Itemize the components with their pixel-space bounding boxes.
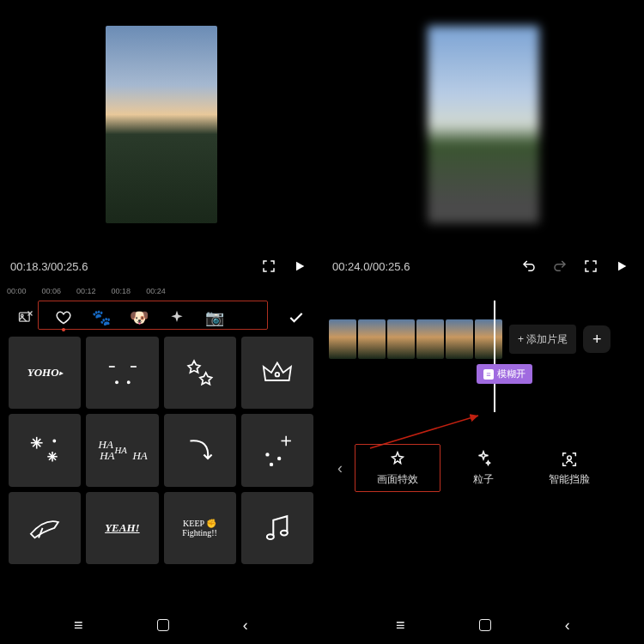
sticker-crown[interactable] — [241, 337, 313, 409]
redo-icon[interactable] — [548, 254, 572, 278]
tool-particles[interactable]: 粒子 — [440, 444, 526, 492]
left-pane: 00:18.3/00:25.6 00:00 00:06 00:12 00:18 … — [0, 0, 322, 644]
svg-rect-0 — [20, 313, 30, 321]
fullscreen-icon[interactable] — [257, 254, 281, 278]
svg-point-21 — [267, 534, 274, 539]
sticker-yoho[interactable]: YOHO▸ — [9, 337, 81, 409]
preview-left — [0, 0, 322, 249]
back-icon[interactable]: ‹ — [243, 617, 248, 635]
svg-point-4 — [115, 381, 118, 384]
svg-point-18 — [266, 453, 269, 456]
right-pane: 00:24.0/00:25.6 — [322, 0, 644, 644]
sticker-keep-fighting[interactable]: KEEP ✊Fighting!! — [164, 492, 236, 564]
clip-row: + 添加片尾 + — [329, 318, 637, 361]
add-clip-button[interactable]: + — [583, 325, 611, 353]
sticker-arrow[interactable] — [164, 414, 236, 486]
sticker-category-row: 🐾 🐶 📷 — [0, 299, 322, 337]
sticker-stars[interactable] — [164, 337, 236, 409]
menu-icon[interactable]: ≡ — [74, 617, 83, 635]
video-thumb-right[interactable] — [428, 26, 539, 223]
toolbar-back-icon[interactable]: ‹ — [325, 447, 355, 489]
confirm-icon[interactable] — [277, 301, 315, 335]
effects-toolbar: ‹ 画面特效 粒子 智能挡脸 — [322, 438, 644, 498]
timeline-ticks: 00:00 00:06 00:12 00:18 00:24 — [0, 283, 322, 299]
sticker-hahaha[interactable]: HA HAHA HA — [86, 414, 158, 486]
svg-point-20 — [270, 463, 273, 465]
svg-point-22 — [281, 530, 288, 535]
back-icon[interactable]: ‹ — [565, 617, 570, 635]
clip-frame[interactable] — [387, 319, 415, 359]
sticker-plus-dots[interactable] — [241, 414, 313, 486]
timecode: 00:18.3/00:25.6 — [10, 260, 88, 273]
play-icon[interactable] — [288, 254, 312, 278]
play-icon[interactable] — [610, 254, 634, 278]
svg-point-19 — [278, 457, 281, 459]
sticker-snow[interactable] — [9, 414, 81, 486]
svg-point-15 — [53, 440, 55, 441]
timebar-right: 00:24.0/00:25.6 — [322, 249, 644, 283]
menu-icon[interactable]: ≡ — [396, 617, 405, 635]
playhead[interactable] — [494, 301, 495, 412]
sticker-plane[interactable] — [9, 492, 81, 564]
tool-face-block[interactable]: 智能挡脸 — [526, 444, 612, 492]
video-thumb-left[interactable] — [106, 26, 217, 223]
timecode: 00:24.0/00:25.6 — [332, 260, 410, 273]
effect-tag[interactable]: 模糊开 — [477, 364, 532, 384]
android-nav-right: ≡ ‹ — [322, 610, 644, 641]
preview-right — [322, 0, 644, 249]
clip-frame[interactable] — [329, 319, 356, 359]
sticker-grid: YOHO▸ HA HAHA HA YEAH! KEEP ✊Fighting!! — [0, 337, 322, 564]
sticker-yeah[interactable]: YEAH! — [86, 492, 158, 564]
sticker-music[interactable] — [241, 492, 313, 564]
clip-frame[interactable] — [358, 319, 386, 359]
clip-frame[interactable] — [475, 319, 502, 359]
svg-point-6 — [276, 373, 280, 377]
svg-point-5 — [127, 381, 130, 384]
undo-icon[interactable] — [517, 254, 541, 278]
fullscreen-icon[interactable] — [579, 254, 603, 278]
home-icon[interactable] — [157, 619, 169, 631]
clip-frame[interactable] — [416, 319, 444, 359]
heart-icon[interactable] — [45, 301, 82, 335]
sticker-dots[interactable] — [86, 337, 158, 409]
android-nav-left: ≡ ‹ — [0, 610, 322, 641]
clip-frame[interactable] — [446, 319, 473, 359]
timebar-left: 00:18.3/00:25.6 — [0, 249, 322, 283]
tool-screen-effects[interactable]: 画面特效 — [355, 444, 440, 492]
add-tail-button[interactable]: + 添加片尾 — [509, 325, 576, 354]
timeline[interactable]: + 添加片尾 + 模糊开 — [322, 283, 644, 438]
home-icon[interactable] — [479, 619, 491, 631]
svg-point-24 — [568, 455, 572, 459]
